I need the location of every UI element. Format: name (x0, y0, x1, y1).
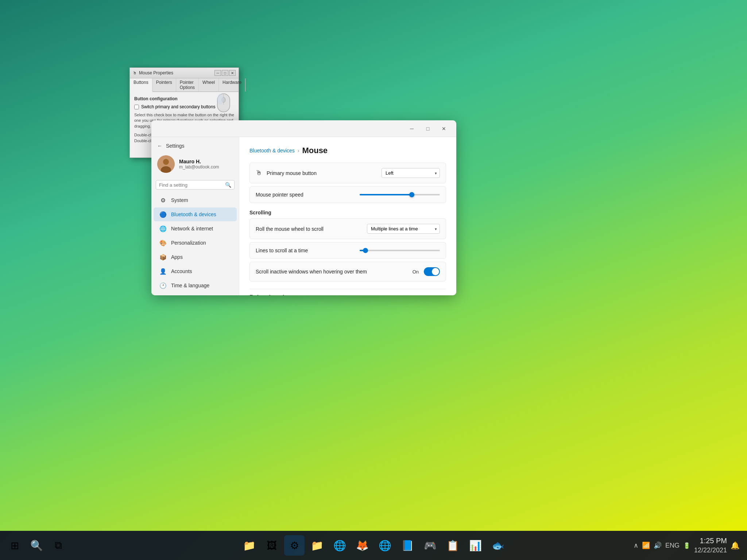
search-button[interactable]: 🔍 (26, 535, 47, 556)
maximize-button[interactable]: □ (420, 123, 436, 135)
taskbar-folder2-icon[interactable]: 📁 (307, 535, 327, 556)
wifi-icon[interactable]: 📶 (642, 541, 650, 549)
tab-pointers[interactable]: Pointers (152, 78, 176, 92)
settings-body: ← Settings Mauro H. m_lab@outlook.com (151, 137, 456, 295)
lines-scroll-text: Lines to scroll at a time (256, 248, 308, 253)
roll-wheel-label: Roll the mouse wheel to scroll (256, 226, 324, 232)
sidebar-item-time[interactable]: 🕐 Time & language (154, 279, 237, 292)
sidebar-label-network: Network & internet (171, 226, 213, 232)
roll-wheel-select[interactable]: Multiple lines at a time One screen at a… (367, 224, 440, 234)
chevron-up-icon[interactable]: ∧ (634, 541, 638, 549)
breadcrumb-current: Mouse (302, 146, 328, 155)
minimize-button[interactable]: ─ (404, 123, 420, 135)
taskbar-explorer-icon[interactable]: 📁 (239, 535, 259, 556)
desktop: 🖱 Mouse Properties ─ □ ✕ Buttons Pointer… (0, 0, 747, 560)
dialog-titlebar: 🖱 Mouse Properties ─ □ ✕ (130, 68, 239, 78)
notification-icon[interactable]: 🔔 (731, 541, 740, 550)
language-indicator[interactable]: ENG (665, 542, 680, 549)
dialog-maximize-btn[interactable]: □ (222, 70, 228, 76)
sidebar-item-network[interactable]: 🌐 Network & internet (154, 222, 237, 236)
checkbox-label: Switch primary and secondary buttons (141, 104, 215, 109)
roll-wheel-dropdown-wrapper: Multiple lines at a time One screen at a… (367, 224, 440, 234)
apps-icon: 📦 (159, 253, 167, 261)
taskbar-pinned-icons: 📁 🖼 ⚙ 📁 🌐 🦊 🌐 📘 🎮 📋 📊 🐟 (239, 535, 508, 556)
sidebar-item-apps[interactable]: 📦 Apps (154, 250, 237, 264)
personalization-icon: 🎨 (159, 239, 167, 246)
taskbar-gaming2-icon[interactable]: 🎮 (420, 535, 440, 556)
user-profile[interactable]: Mauro H. m_lab@outlook.com (151, 152, 239, 178)
battery-icon: 🔋 (683, 542, 690, 549)
settings-label: Settings (166, 143, 185, 149)
back-button[interactable]: ← Settings (151, 140, 239, 152)
settings-sidebar: ← Settings Mauro H. m_lab@outlook.com (151, 137, 239, 295)
system-icon: ⚙ (159, 197, 167, 204)
taskbar-fish-icon[interactable]: 🐟 (488, 535, 508, 556)
search-box[interactable]: 🔍 (156, 180, 235, 190)
back-arrow-icon: ← (157, 143, 162, 149)
lines-scroll-track[interactable] (360, 250, 440, 251)
taskbar-app2-icon[interactable]: 📘 (397, 535, 418, 556)
tab-hardware[interactable]: Hardware (219, 78, 245, 92)
tab-wheel[interactable]: Wheel (199, 78, 219, 92)
pointer-speed-thumb[interactable] (409, 192, 414, 197)
user-email: m_lab@outlook.com (179, 164, 233, 170)
taskbar-firefox-icon[interactable]: 🦊 (352, 535, 372, 556)
sidebar-item-system[interactable]: ⚙ System (154, 193, 237, 207)
dialog-close-btn[interactable]: ✕ (229, 70, 236, 76)
task-view-button[interactable]: ⧉ (48, 535, 69, 556)
sidebar-label-time: Time & language (171, 283, 209, 288)
taskbar-chrome-icon[interactable]: 🌐 (375, 535, 395, 556)
scroll-inactive-toggle[interactable] (424, 267, 440, 276)
lines-scroll-label: Lines to scroll at a time (256, 248, 308, 253)
primary-button-dropdown-wrapper: Left Right (382, 168, 440, 178)
svg-rect-3 (217, 94, 224, 105)
sidebar-item-accounts[interactable]: 👤 Accounts (154, 264, 237, 278)
sidebar-item-gaming[interactable]: 🎮 Gaming (154, 293, 237, 295)
search-input[interactable] (159, 182, 225, 188)
mouse-icon (214, 92, 233, 116)
sidebar-label-bluetooth: Bluetooth & devices (171, 211, 216, 217)
taskbar-tray: ∧ 📶 🔊 ENG 🔋 1:25 PM 12/22/2021 🔔 (626, 536, 747, 555)
scroll-inactive-toggle-row: On (413, 267, 440, 276)
pointer-speed-text: Mouse pointer speed (256, 192, 303, 198)
primary-button-row: 🖱 Primary mouse button Left Right (249, 163, 446, 183)
breadcrumb-separator: › (298, 148, 299, 153)
switch-buttons-checkbox[interactable] (134, 105, 139, 109)
settings-window: ─ □ ✕ ← Settings (151, 120, 456, 295)
breadcrumb-parent[interactable]: Bluetooth & devices (249, 148, 295, 153)
primary-button-select[interactable]: Left Right (382, 168, 440, 178)
primary-button-label: 🖱 Primary mouse button (256, 169, 317, 177)
pointer-speed-label: Mouse pointer speed (256, 192, 303, 198)
system-clock[interactable]: 1:25 PM 12/22/2021 (694, 536, 727, 555)
sidebar-item-bluetooth[interactable]: 🔵 Bluetooth & devices (154, 207, 237, 221)
sidebar-label-accounts: Accounts (171, 268, 192, 274)
tab-buttons[interactable]: Buttons (130, 78, 152, 92)
scroll-inactive-text: Scroll inactive windows when hovering ov… (256, 269, 367, 275)
taskbar-calendar-icon[interactable]: 📋 (442, 535, 463, 556)
clock-date: 12/22/2021 (694, 546, 727, 555)
lines-scroll-thumb[interactable] (363, 248, 368, 253)
taskbar-photos-icon[interactable]: 🖼 (262, 535, 282, 556)
volume-icon[interactable]: 🔊 (654, 541, 662, 549)
dialog-minimize-btn[interactable]: ─ (214, 70, 221, 76)
breadcrumb: Bluetooth & devices › Mouse (249, 146, 446, 155)
search-icon[interactable]: 🔍 (225, 182, 231, 188)
network-icon: 🌐 (159, 225, 167, 232)
close-button[interactable]: ✕ (436, 123, 452, 135)
settings-titlebar: ─ □ ✕ (151, 120, 456, 137)
taskbar-edge-icon[interactable]: 🌐 (329, 535, 350, 556)
start-button[interactable]: ⊞ (4, 535, 25, 556)
dialog-tabs: Buttons Pointers Pointer Options Wheel H… (130, 78, 239, 92)
sidebar-item-personalization[interactable]: 🎨 Personalization (154, 236, 237, 250)
roll-wheel-text: Roll the mouse wheel to scroll (256, 226, 324, 232)
taskbar-excel-icon[interactable]: 📊 (465, 535, 485, 556)
mouse-primary-icon: 🖱 (256, 169, 262, 177)
pointer-speed-fill (360, 194, 412, 195)
svg-point-5 (163, 159, 169, 165)
taskbar-settings-icon[interactable]: ⚙ (284, 535, 305, 556)
sidebar-label-personalization: Personalization (171, 240, 206, 246)
settings-main: Bluetooth & devices › Mouse 🖱 Primary mo… (239, 137, 456, 295)
tab-pointer-options[interactable]: Pointer Options (176, 78, 199, 92)
pointer-speed-track[interactable] (360, 194, 440, 195)
scrolling-section-title: Scrolling (249, 210, 446, 215)
